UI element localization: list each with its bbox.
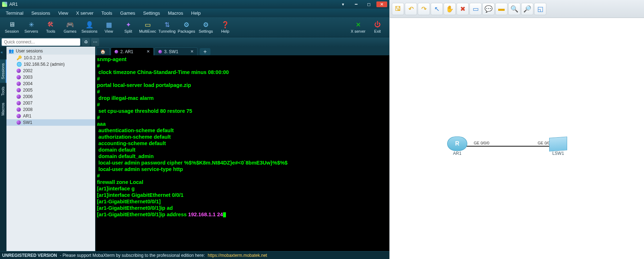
toolbar-exit-button[interactable]: Exit xyxy=(368,18,387,36)
topo-redo-button[interactable]: ↷ xyxy=(418,3,430,15)
session-icon xyxy=(8,21,15,28)
minimize-button[interactable]: ━ xyxy=(351,1,361,7)
toolbar-xserver-button[interactable]: X server xyxy=(348,18,368,36)
topo-hand-button[interactable]: ✋ xyxy=(444,3,456,15)
tree-item-2005[interactable]: 2005 xyxy=(6,87,95,93)
toolbar-session-button[interactable]: Session xyxy=(2,18,22,36)
quick-connect-input[interactable] xyxy=(1,38,80,46)
topology-link[interactable] xyxy=(465,146,555,147)
toolbar-tools-button[interactable]: Tools xyxy=(41,18,60,36)
side-tab-sessions[interactable]: Sessions xyxy=(0,60,6,83)
tree-item-2004[interactable]: 2004 xyxy=(6,80,95,87)
topo-pointer-button[interactable]: ↖ xyxy=(431,3,443,15)
toolbar-games-button[interactable]: Games xyxy=(60,18,80,36)
toolbar-servers-button[interactable]: Servers xyxy=(22,18,41,36)
menu-x-server[interactable]: X server xyxy=(73,10,97,17)
menu-bar: TerminalSessionsViewX serverToolsGamesSe… xyxy=(0,9,389,17)
terminal-area: 🏠2. AR1✕3. SW1✕+ snmp-agent# clock timez… xyxy=(96,47,389,251)
status-text: - Please support MobaXterm by subscribin… xyxy=(60,253,205,258)
menu-games[interactable]: Games xyxy=(117,10,139,17)
status-bar: UNREGISTERED VERSION - Please support Mo… xyxy=(0,251,389,259)
close-button[interactable]: ✕ xyxy=(376,1,387,7)
menu-help[interactable]: Help xyxy=(187,10,204,17)
topo-fit-button[interactable]: ◱ xyxy=(534,3,546,15)
globe-icon xyxy=(17,62,22,67)
tree-item-2007[interactable]: 2007 xyxy=(6,100,95,106)
toolbar-split-button[interactable]: Split xyxy=(119,18,138,36)
tree-item-192-168-56-2-admin-[interactable]: 192.168.56.2 (admin) xyxy=(6,61,95,68)
quick-recycle-icon[interactable]: ♻ xyxy=(82,38,90,46)
menu-settings[interactable]: Settings xyxy=(140,10,164,17)
topo-zoomout-button[interactable]: 🔎 xyxy=(521,3,533,15)
toolbar-help-button[interactable]: Help xyxy=(216,18,235,36)
tab-close-icon[interactable]: ✕ xyxy=(147,49,150,54)
toolbar-packages-button[interactable]: Packages xyxy=(177,18,196,36)
toolbar-view-button[interactable]: View xyxy=(99,18,119,36)
tree-item-2008[interactable]: 2008 xyxy=(6,106,95,113)
tree-item-10-0-2-15[interactable]: 10.0.2.15 xyxy=(6,55,95,61)
link-label-left: GE 0/0/0 xyxy=(473,141,490,145)
servers-icon xyxy=(28,21,35,28)
session-dot-icon xyxy=(17,69,21,73)
switch-node[interactable]: LSW1 xyxy=(549,137,567,156)
topology-toolbar: 🖫↶↷↖✋✖▭💬▬🔍🔎◱ xyxy=(390,0,644,18)
topo-dev-button[interactable]: ▭ xyxy=(469,3,482,15)
tab-add-button[interactable]: + xyxy=(200,48,210,55)
tree-header[interactable]: User sessions xyxy=(6,47,95,55)
side-tab-tools[interactable]: Tools xyxy=(0,83,6,100)
topo-save-button[interactable]: 🖫 xyxy=(392,3,404,15)
side-tab-strip: « SessionsToolsMacros xyxy=(0,47,6,251)
topology-window: 🖫↶↷↖✋✖▭💬▬🔍🔎◱ GE 0/0/0 GE 0/0/1 R AR1 LSW… xyxy=(389,0,644,259)
terminal-tabs: 🏠2. AR1✕3. SW1✕+ xyxy=(96,47,389,55)
maximize-button[interactable]: ◻ xyxy=(363,1,374,7)
tree-item-2002[interactable]: 2002 xyxy=(6,68,95,74)
terminal-output[interactable]: snmp-agent# clock timezone China-Standar… xyxy=(96,55,389,251)
sessions-icon xyxy=(86,21,93,28)
status-link[interactable]: https://mobaxterm.mobatek.net xyxy=(208,253,267,258)
topo-rect-button[interactable]: ▬ xyxy=(495,3,508,15)
toolbar-tunneling-button[interactable]: Tunneling xyxy=(157,18,177,36)
tree-item-2006[interactable]: 2006 xyxy=(6,93,95,100)
tree-item-2003[interactable]: 2003 xyxy=(6,74,95,80)
tab-sw1[interactable]: 3. SW1✕ xyxy=(154,47,198,55)
tree-item-sw1[interactable]: SW1 xyxy=(6,119,95,126)
collapse-sidebar-icon[interactable]: « xyxy=(1,50,6,55)
menu-view[interactable]: View xyxy=(55,10,72,17)
switch-icon xyxy=(549,137,567,151)
topo-zoomin-button[interactable]: 🔍 xyxy=(508,3,520,15)
menu-terminal[interactable]: Terminal xyxy=(2,10,27,17)
toolbar-settings-button[interactable]: Settings xyxy=(196,18,216,36)
topology-canvas[interactable]: GE 0/0/0 GE 0/0/1 R AR1 LSW1 xyxy=(390,18,644,259)
tab-close-icon[interactable]: ✕ xyxy=(190,49,194,54)
menu-macros[interactable]: Macros xyxy=(164,10,187,17)
toolbar-sessions-button[interactable]: Sessions xyxy=(80,18,99,36)
menu-tools[interactable]: Tools xyxy=(98,10,116,17)
side-tab-macros[interactable]: Macros xyxy=(0,99,6,119)
session-sidebar: User sessions 10.0.2.15192.168.56.2 (adm… xyxy=(6,47,96,251)
xserver-icon xyxy=(355,21,362,28)
session-dot-icon xyxy=(17,101,21,105)
view-icon xyxy=(105,21,112,28)
quick-dots-icon[interactable]: ⋯ xyxy=(91,38,99,46)
home-icon: 🏠 xyxy=(100,49,106,54)
topo-text-button[interactable]: 💬 xyxy=(482,3,495,15)
topo-undo-button[interactable]: ↶ xyxy=(405,3,417,15)
toolbar-multiexec-button[interactable]: MultiExec xyxy=(138,18,157,36)
app-icon xyxy=(2,2,7,7)
dropdown-button[interactable]: ▾ xyxy=(338,1,348,7)
tab-ar1[interactable]: 2. AR1✕ xyxy=(111,47,154,55)
tab-home[interactable]: 🏠 xyxy=(96,47,110,55)
mobaxterm-window: AR1 ▾ ━ ◻ ✕ TerminalSessionsViewX server… xyxy=(0,0,389,259)
router-label: AR1 xyxy=(453,151,461,156)
router-node[interactable]: R AR1 xyxy=(447,137,467,156)
session-dot-icon xyxy=(17,120,21,125)
window-title: AR1 xyxy=(9,2,18,7)
session-dot-icon xyxy=(17,114,21,118)
games-icon xyxy=(66,21,74,28)
menu-sessions[interactable]: Sessions xyxy=(28,10,54,17)
tools-icon xyxy=(47,21,54,28)
session-dot-icon xyxy=(17,107,21,112)
topo-delete-button[interactable]: ✖ xyxy=(457,3,469,15)
tree-item-ar1[interactable]: AR1 xyxy=(6,113,95,119)
title-bar: AR1 ▾ ━ ◻ ✕ xyxy=(0,0,389,9)
